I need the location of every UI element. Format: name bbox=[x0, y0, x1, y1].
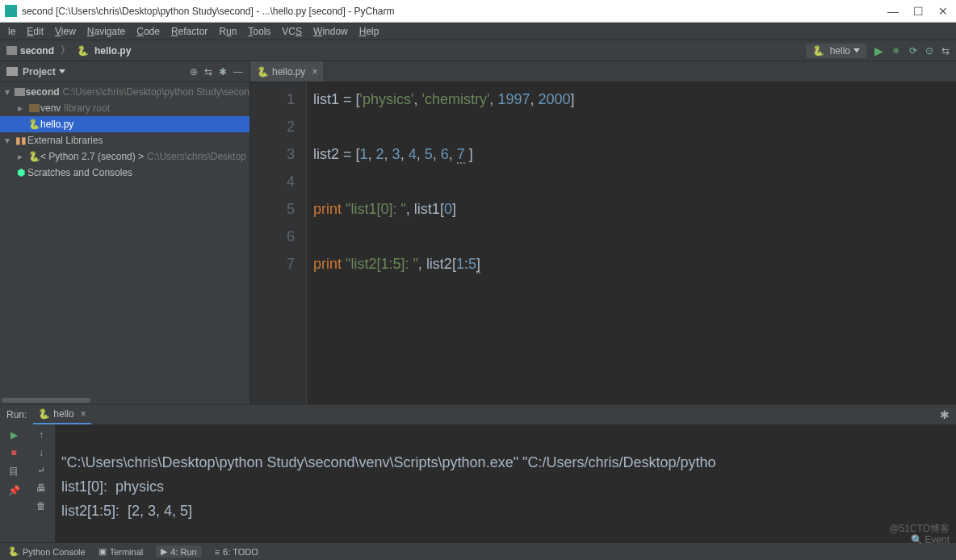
window-titlebar: second [C:\Users\chris\Desktop\python St… bbox=[0, 0, 956, 23]
debug-button[interactable]: ⛯ bbox=[891, 45, 901, 56]
run-tool-window: Run: 🐍 hello × ✱ ▶ ■ ⽬ 📌 ↑ ↓ ⤶ 🖶 🗑 "C:\U… bbox=[0, 404, 956, 558]
run-config-label: hello bbox=[830, 45, 850, 56]
tree-scratches[interactable]: ⬢ Scratches and Consoles bbox=[0, 165, 249, 181]
breadcrumb-file: hello.py bbox=[94, 45, 131, 56]
menu-tools[interactable]: Tools bbox=[243, 24, 275, 39]
chevron-down-icon bbox=[853, 48, 860, 52]
tree-file-hello[interactable]: 🐍 hello.py bbox=[0, 116, 249, 132]
project-header: Project ⊕ ⇆ ✱ — bbox=[0, 61, 249, 82]
run-label: Run: bbox=[6, 409, 27, 420]
menu-view[interactable]: View bbox=[50, 24, 81, 39]
project-header-tools: ⊕ ⇆ ✱ — bbox=[190, 66, 243, 77]
chevron-down-icon[interactable] bbox=[59, 69, 65, 73]
python-file-icon: 🐍 bbox=[812, 45, 824, 56]
python-file-icon: 🐍 bbox=[38, 408, 50, 420]
run-toolbar: ▶ ■ ⽬ 📌 ↑ ↓ ⤶ 🖶 🗑 bbox=[0, 424, 55, 558]
menu-help[interactable]: Help bbox=[354, 24, 384, 39]
close-icon[interactable]: × bbox=[312, 66, 317, 77]
tab-label: hello.py bbox=[272, 66, 305, 77]
project-icon bbox=[6, 67, 18, 76]
print-button[interactable]: 🖶 bbox=[36, 483, 46, 494]
project-tool-window: Project ⊕ ⇆ ✱ — ▾ second C:\Users\chris\… bbox=[0, 61, 250, 404]
pycharm-icon bbox=[5, 5, 17, 17]
breadcrumb[interactable]: second 〉 🐍 hello.py bbox=[6, 44, 131, 57]
down-button[interactable]: ↓ bbox=[39, 447, 44, 458]
folder-icon bbox=[6, 46, 17, 55]
tab-hello[interactable]: 🐍 hello.py × bbox=[250, 61, 325, 81]
menu-window[interactable]: Window bbox=[308, 24, 353, 39]
search-everywhere-button[interactable]: ⇆ bbox=[941, 45, 950, 56]
tree-external-libs[interactable]: ▾▮▮ External Libraries bbox=[0, 132, 249, 148]
close-icon[interactable]: × bbox=[81, 408, 86, 420]
up-button[interactable]: ↑ bbox=[39, 429, 44, 441]
python-console-button[interactable]: 🐍Python Console bbox=[8, 546, 86, 557]
layout-button[interactable]: ⽬ bbox=[9, 465, 19, 479]
window-title: second [C:\Users\chris\Desktop\python St… bbox=[22, 6, 887, 17]
breadcrumb-root: second bbox=[20, 45, 54, 56]
run-tool-button[interactable]: ▶4: Run bbox=[156, 545, 201, 558]
tree-venv[interactable]: ▸ venv library root bbox=[0, 100, 249, 116]
watermark: @51CTO博客 🔍Event bbox=[889, 523, 950, 545]
run-tabs: Run: 🐍 hello × ✱ bbox=[0, 405, 956, 424]
toolbar-right: 🐍 hello ▶ ⛯ ⟳ ⊙ ⇆ bbox=[806, 44, 950, 58]
run-button[interactable]: ▶ bbox=[874, 44, 883, 57]
editor-area: 🐍 hello.py × 123 456 7 list1 = ['physics… bbox=[250, 61, 956, 404]
profile-button[interactable]: ⊙ bbox=[925, 45, 933, 56]
run-body: ▶ ■ ⽬ 📌 ↑ ↓ ⤶ 🖶 🗑 "C:\Users\chris\Deskto… bbox=[0, 424, 956, 558]
todo-button[interactable]: ≡6: TODO bbox=[215, 547, 258, 557]
menu-file[interactable]: le bbox=[3, 24, 20, 39]
maximize-button[interactable]: ☐ bbox=[913, 5, 924, 18]
run-configuration-dropdown[interactable]: 🐍 hello bbox=[806, 44, 866, 58]
menu-run[interactable]: Run bbox=[214, 24, 241, 39]
close-button[interactable]: ✕ bbox=[938, 5, 948, 18]
locate-icon[interactable]: ⊕ bbox=[190, 66, 198, 77]
menu-vcs[interactable]: VCS bbox=[277, 24, 307, 39]
project-title: Project bbox=[23, 66, 56, 77]
python-file-icon: 🐍 bbox=[77, 45, 89, 56]
code-body[interactable]: list1 = ['physics', 'chemistry', 1997, 2… bbox=[307, 82, 956, 404]
console-output[interactable]: "C:\Users\chris\Desktop\python Study\sec… bbox=[55, 424, 956, 558]
window-buttons: — ☐ ✕ bbox=[887, 5, 948, 18]
menu-bar: le Edit View Navigate Code Refactor Run … bbox=[0, 23, 956, 40]
horizontal-scrollbar[interactable] bbox=[0, 396, 249, 404]
editor-tabs: 🐍 hello.py × bbox=[250, 61, 956, 82]
gutter: 123 456 7 bbox=[250, 82, 307, 404]
tree-root[interactable]: ▾ second C:\Users\chris\Desktop\python S… bbox=[0, 84, 249, 100]
code-editor[interactable]: 123 456 7 list1 = ['physics', 'chemistry… bbox=[250, 82, 956, 404]
expand-all-icon[interactable]: ⇆ bbox=[204, 66, 212, 77]
navigation-bar: second 〉 🐍 hello.py 🐍 hello ▶ ⛯ ⟳ ⊙ ⇆ bbox=[0, 40, 956, 61]
run-tab-hello[interactable]: 🐍 hello × bbox=[33, 405, 90, 424]
python-file-icon: 🐍 bbox=[257, 66, 269, 77]
minimize-button[interactable]: — bbox=[887, 5, 899, 18]
status-bar: 🐍Python Console ▣Terminal ▶4: Run ≡6: TO… bbox=[0, 542, 956, 560]
hide-icon[interactable]: — bbox=[233, 66, 243, 77]
menu-navigate[interactable]: Navigate bbox=[82, 24, 130, 39]
pin-button[interactable]: 📌 bbox=[8, 485, 20, 496]
menu-code[interactable]: Code bbox=[132, 24, 165, 39]
gear-icon[interactable]: ✱ bbox=[940, 408, 950, 421]
project-tree[interactable]: ▾ second C:\Users\chris\Desktop\python S… bbox=[0, 82, 249, 396]
rerun-button[interactable]: ▶ bbox=[10, 429, 18, 441]
settings-icon[interactable]: ✱ bbox=[219, 66, 227, 77]
main-split: Project ⊕ ⇆ ✱ — ▾ second C:\Users\chris\… bbox=[0, 61, 956, 404]
menu-edit[interactable]: Edit bbox=[22, 24, 48, 39]
terminal-button[interactable]: ▣Terminal bbox=[99, 546, 144, 557]
stop-button[interactable]: ■ bbox=[10, 447, 16, 458]
tree-python-sdk[interactable]: ▸🐍 < Python 2.7 (second) > C:\Users\chri… bbox=[0, 148, 249, 165]
run-coverage-button[interactable]: ⟳ bbox=[909, 45, 917, 56]
menu-refactor[interactable]: Refactor bbox=[166, 24, 212, 39]
clear-button[interactable]: 🗑 bbox=[36, 500, 46, 512]
chevron-right-icon: 〉 bbox=[61, 44, 70, 57]
soft-wrap-button[interactable]: ⤶ bbox=[37, 465, 45, 476]
